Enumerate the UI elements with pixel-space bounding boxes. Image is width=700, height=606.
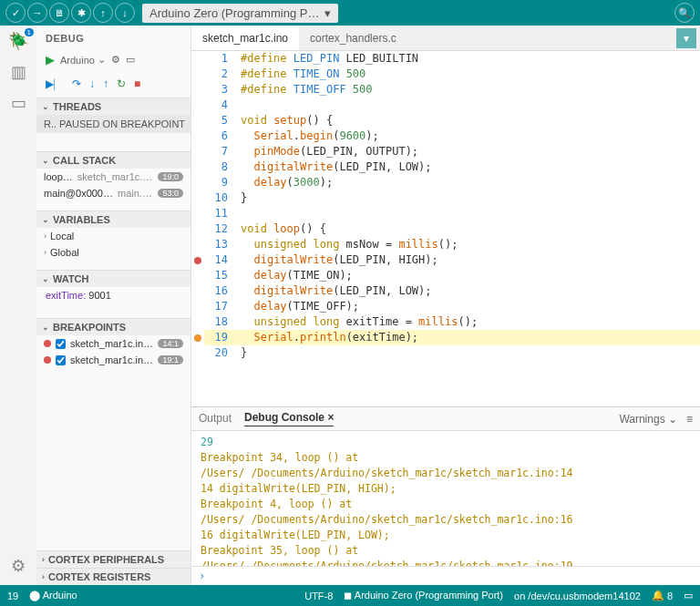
code-line[interactable]: 16 digitalWrite(LED_PIN, LOW); [191,283,700,299]
gutter-breakpoint[interactable] [191,283,204,299]
editor-tab[interactable]: sketch_mar1c.ino [191,26,299,50]
filter-dropdown[interactable]: Warnings ⌄ [619,413,677,426]
stack-frame[interactable]: main@0x000…main.cpp53:0 [36,185,190,201]
code-line[interactable]: 8 digitalWrite(LED_PIN, LOW); [191,159,700,175]
gutter-breakpoint[interactable] [191,67,204,82]
gear-icon[interactable]: ⚙ [111,54,120,66]
code-line[interactable]: 2#define TIME_ON 500 [191,67,700,82]
code-line[interactable]: 11 [191,206,700,221]
code-line[interactable]: 5void setup() { [191,113,700,128]
save-button[interactable]: ↓ [115,3,135,23]
step-into-icon[interactable]: ↓ [89,77,95,90]
watch-header[interactable]: ⌄WATCH [36,270,190,287]
breakpoint-checkbox[interactable] [56,339,66,349]
code-line[interactable]: 14 digitalWrite(LED_PIN, HIGH); [191,252,700,268]
breakpoint-checkbox[interactable] [56,355,66,365]
status-board[interactable]: ◼ Arduino Zero (Programming Port) [344,590,503,601]
gutter-breakpoint[interactable] [191,252,204,268]
settings-gear-icon[interactable]: ⚙ [11,556,26,576]
gutter-breakpoint[interactable] [191,237,204,252]
code-line[interactable]: 7 pinMode(LED_PIN, OUTPUT); [191,144,700,159]
variable-scope[interactable]: ›Global [36,244,190,261]
code-line[interactable]: 19 Serial.println(exitTime); [191,330,700,345]
variables-header[interactable]: ⌄VARIABLES [36,211,190,228]
gutter-breakpoint[interactable] [191,98,204,113]
code-line[interactable]: 4 [191,98,700,113]
callstack-header[interactable]: ⌄CALL STACK [36,151,190,169]
status-notifications[interactable]: 🔔 8 [652,590,673,601]
code-line[interactable]: 15 delay(TIME_ON); [191,268,700,283]
gutter-breakpoint[interactable] [191,190,204,206]
debug-console[interactable]: 29Breakpoint 34, loop () at/Users/ /Docu… [191,431,700,566]
gutter-breakpoint[interactable] [191,314,204,330]
tab-output[interactable]: Output [199,412,232,426]
calendar-icon[interactable]: ▭ [11,93,26,113]
code-line[interactable]: 10} [191,190,700,206]
tab-menu-button[interactable]: ▾ [676,28,696,48]
debug-button[interactable]: ✱ [71,3,91,23]
upload-button[interactable]: → [27,3,47,23]
console-icon[interactable]: ▭ [126,54,135,66]
line-number: 2 [204,67,237,82]
gutter-breakpoint[interactable] [191,82,204,98]
gutter-breakpoint[interactable] [191,51,204,67]
verify-button[interactable]: ✓ [5,3,26,23]
breakpoints-header[interactable]: ⌄BREAKPOINTS [36,318,190,335]
watch-item[interactable]: exitTime: 9001 [36,287,190,303]
monitor-icon[interactable]: ▥ [11,62,26,82]
code-line[interactable]: 17 delay(TIME_OFF); [191,299,700,314]
status-port[interactable]: on /dev/cu.usbmodem14102 [514,591,641,601]
breakpoint-item[interactable]: sketch_mar1c.in…14:1 [36,335,190,352]
code-editor[interactable]: 1#define LED_PIN LED_BUILTIN2#define TIM… [191,51,700,406]
tab-debug-console[interactable]: Debug Console × [244,411,334,426]
settings-icon[interactable]: ≡ [686,413,693,426]
breakpoint-item[interactable]: sketch_mar1c.in…19:1 [36,352,190,368]
status-mode[interactable]: ⬤ Arduino [29,590,77,601]
close-icon[interactable]: × [327,411,334,424]
start-debug-icon[interactable]: ▶ [46,53,55,67]
status-line[interactable]: 19 [7,591,18,601]
gutter-breakpoint[interactable] [191,144,204,159]
gutter-breakpoint[interactable] [191,175,204,190]
search-button[interactable]: 🔍 [674,3,695,23]
stop-icon[interactable]: ■ [134,77,140,90]
gutter-breakpoint[interactable] [191,206,204,221]
gutter-breakpoint[interactable] [191,221,204,237]
code-line[interactable]: 6 Serial.begin(9600); [191,128,700,144]
code-line[interactable]: 13 unsigned long msNow = millis(); [191,237,700,252]
code-line[interactable]: 9 delay(3000); [191,175,700,190]
new-sketch-button[interactable]: 🗎 [49,3,69,23]
gutter-breakpoint[interactable] [191,159,204,175]
code-line[interactable]: 1#define LED_PIN LED_BUILTIN [191,51,700,67]
continue-icon[interactable]: ▶⎸ [46,77,64,90]
gutter-breakpoint[interactable] [191,113,204,128]
variable-scope[interactable]: ›Local [36,228,190,244]
cortex-peripherals-header[interactable]: ›CORTEX PERIPHERALS [36,550,190,568]
stack-frame[interactable]: loop…sketch_mar1c.ino19:0 [36,169,190,185]
debug-target-select[interactable]: Arduino ⌄ [60,54,106,66]
cortex-registers-header[interactable]: ›CORTEX REGISTERS [36,568,190,585]
code-line[interactable]: 20} [191,345,700,361]
code-line[interactable]: 12void loop() { [191,221,700,237]
debug-view-icon[interactable]: 🪲1 [8,31,28,51]
gutter-breakpoint[interactable] [191,330,204,345]
threads-header[interactable]: ⌄THREADS [36,98,190,115]
step-over-icon[interactable]: ↷ [72,77,81,90]
console-input[interactable]: › [191,566,700,585]
code-content: Serial.begin(9600); [237,128,700,144]
gutter-breakpoint[interactable] [191,128,204,144]
gutter-breakpoint[interactable] [191,345,204,361]
layout-icon[interactable]: ▭ [684,590,693,601]
gutter-breakpoint[interactable] [191,268,204,283]
code-line[interactable]: 3#define TIME_OFF 500 [191,82,700,98]
console-line: /Users/ /Documents/Arduino/sketch_mar1c/… [201,512,691,528]
board-selector[interactable]: Arduino Zero (Programming P… ▾ [142,4,338,23]
open-button[interactable]: ↑ [93,3,113,23]
restart-icon[interactable]: ↻ [117,77,126,90]
editor-tab[interactable]: cortex_handlers.c [299,26,407,50]
status-encoding[interactable]: UTF-8 [304,591,333,601]
step-out-icon[interactable]: ↑ [103,77,108,90]
code-line[interactable]: 18 unsigned long exitTime = millis(); [191,314,700,330]
gutter-breakpoint[interactable] [191,299,204,314]
paused-thread[interactable]: R.. PAUSED ON BREAKPOINT [36,115,190,133]
